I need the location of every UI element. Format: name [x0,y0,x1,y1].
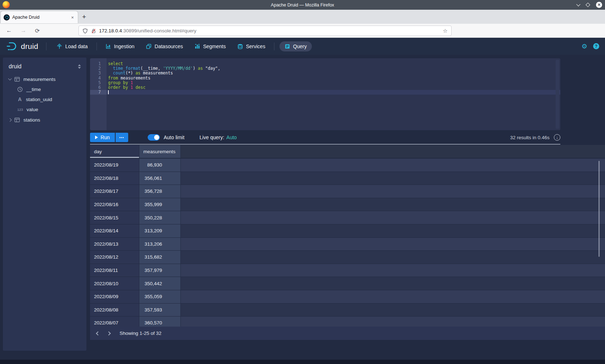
window-maximize-icon[interactable] [586,3,590,7]
url-text[interactable]: 172.18.0.4:30899/unified-console.html#qu… [99,28,443,33]
druid-favicon [4,14,10,21]
nav-datasources[interactable]: Datasources [142,41,187,51]
nav-ingestion[interactable]: Ingestion [102,41,138,51]
code-token: ( [140,66,143,71]
cell-day[interactable]: 2022/08/07 [90,317,139,327]
column-header-day[interactable]: day [90,145,139,158]
nav-load-data[interactable]: Load data [53,41,91,51]
header-divider [46,42,46,50]
bookmark-star-icon[interactable]: ☆ [443,28,448,34]
cell-day[interactable]: 2022/08/18 [90,172,139,185]
console-page: druid measurements __time A station_uuid… [0,55,605,360]
tree-item-measurements[interactable]: measurements [3,74,86,84]
sort-icon[interactable] [77,64,81,69]
reload-button[interactable]: ⟳ [35,27,40,34]
cell-measurements[interactable]: 350,228 [139,211,181,224]
cell-day[interactable]: 2022/08/09 [90,290,139,303]
tab-close-icon[interactable]: × [70,15,75,20]
live-query-value[interactable]: Auto [227,135,237,140]
cell-day[interactable]: 2022/08/14 [90,224,139,237]
editor-line[interactable]: group by 1 [107,81,560,85]
tab-apache-druid[interactable]: Apache Druid × [1,11,78,23]
forward-button[interactable]: → [21,27,26,34]
panel-divider[interactable] [90,144,560,145]
cell-day[interactable]: 2022/08/08 [90,304,139,317]
code-token: time_format [113,66,140,71]
cell-measurements[interactable]: 315,682 [139,251,181,264]
cell-day[interactable]: 2022/08/19 [90,159,139,172]
lock-insecure-icon[interactable] [91,28,96,34]
cell-measurements[interactable]: 350,442 [139,277,181,290]
text-cursor [108,90,109,94]
table-row: 2022/08/09355,059 [90,290,605,304]
nav-query[interactable]: Query [279,41,312,51]
editor-line[interactable]: time_format(__time, 'YYYY/MM/dd') as "da… [107,66,560,71]
cell-day[interactable]: 2022/08/15 [90,211,139,224]
cell-measurements[interactable]: 313,209 [139,224,181,237]
tree-item-label: measurements [23,77,55,82]
tree-item-station-uuid[interactable]: A station_uuid [3,94,86,104]
tree-item-time[interactable]: __time [3,84,86,94]
nav-label: Segments [203,44,226,49]
row-filler [181,290,605,303]
editor-line[interactable]: order by 1 desc [107,85,560,90]
cell-value: 360,570 [143,320,162,326]
cell-measurements[interactable]: 356,728 [139,185,181,198]
druid-logo[interactable]: druid [6,41,38,51]
cell-measurements[interactable]: 313,206 [139,238,181,251]
cell-day[interactable]: 2022/08/12 [90,251,139,264]
nav-label: Load data [65,44,88,49]
code-token: desc [133,85,145,90]
nav-services[interactable]: Services [234,41,269,51]
chevron-right-icon[interactable] [8,118,12,122]
cell-measurements[interactable]: 357,593 [139,304,181,317]
string-type-icon: A [17,96,22,102]
editor-scrollbar[interactable] [556,60,559,129]
schema-name: druid [9,63,77,70]
editor-line[interactable]: from measurements [107,76,560,81]
cell-day[interactable]: 2022/08/16 [90,198,139,211]
next-page-icon[interactable] [107,331,111,335]
cell-day[interactable]: 2022/08/10 [90,277,139,290]
chevron-down-icon[interactable] [8,77,12,81]
cell-measurements[interactable]: 355,059 [139,290,181,303]
help-icon[interactable]: ? [593,43,599,49]
run-button[interactable]: Run [90,133,115,142]
cell-measurements[interactable]: 357,979 [139,264,181,277]
row-filler [181,277,605,290]
run-bar: Run ••• Auto limit Live query: Auto 32 r… [90,131,560,144]
download-icon[interactable]: ↓ [554,134,560,141]
window-shade-icon[interactable] [576,2,580,6]
new-tab-button[interactable]: + [82,13,86,21]
cell-day[interactable]: 2022/08/17 [90,185,139,198]
previous-page-icon[interactable] [96,331,100,335]
url-bar[interactable]: 172.18.0.4:30899/unified-console.html#qu… [79,26,452,36]
window-close-icon[interactable]: ✕ [596,2,602,8]
more-options-button[interactable]: ••• [116,133,128,142]
cell-measurements[interactable]: 360,570 [139,317,181,327]
shield-icon[interactable] [82,28,88,34]
cell-value: 355,999 [143,202,162,207]
firefox-window: Apache Druid — Mozilla Firefox ✕ Apache … [0,0,605,364]
column-header-measurements[interactable]: measurements [139,145,181,158]
nav-segments[interactable]: Segments [191,41,229,51]
back-button[interactable]: ← [6,27,12,34]
tree-item-label: station_uuid [26,97,52,102]
cell-measurements[interactable]: 86,930 [139,159,181,172]
editor-line[interactable]: count(*) as measurements [107,71,560,76]
editor-code[interactable]: select time_format(__time, 'YYYY/MM/dd')… [107,58,560,130]
cell-day[interactable]: 2022/08/11 [90,264,139,277]
sql-editor[interactable]: 1234567 select time_format(__time, 'YYYY… [90,58,560,130]
table-body: 2022/08/1986,9302022/08/18356,0612022/08… [90,159,605,327]
row-filler [181,317,605,327]
gear-icon[interactable]: ⚙ [582,42,587,50]
tree-item-stations[interactable]: stations [3,115,86,125]
tree-item-value[interactable]: 123 value [3,104,86,114]
table-scrollbar-thumb[interactable] [599,161,600,257]
auto-limit-toggle[interactable] [148,134,160,141]
cell-day[interactable]: 2022/08/13 [90,238,139,251]
play-icon [95,136,98,139]
editor-line[interactable] [107,90,560,95]
cell-measurements[interactable]: 355,999 [139,198,181,211]
cell-measurements[interactable]: 356,061 [139,172,181,185]
